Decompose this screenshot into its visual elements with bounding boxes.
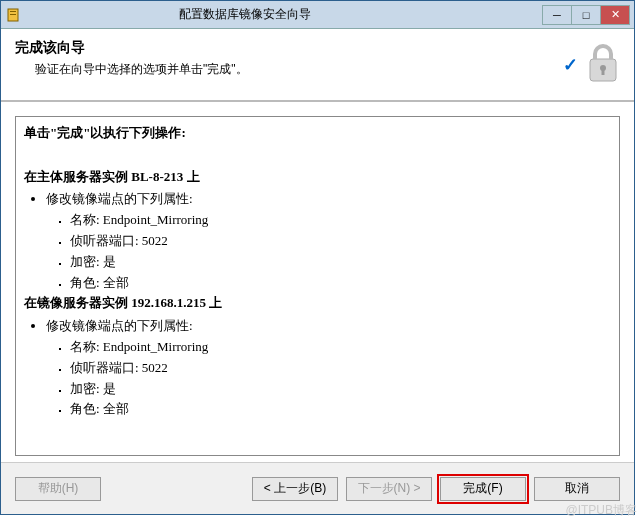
- list-item: 加密: 是: [70, 252, 611, 273]
- titlebar: 配置数据库镜像安全向导 ─ □ ✕: [1, 1, 634, 29]
- back-button[interactable]: < 上一步(B): [252, 477, 338, 501]
- help-button[interactable]: 帮助(H): [15, 477, 101, 501]
- intro-text: 单击"完成"以执行下列操作:: [24, 123, 611, 144]
- section-title: 在主体服务器实例 BL-8-213 上: [24, 167, 611, 188]
- wizard-window: 配置数据库镜像安全向导 ─ □ ✕ 完成该向导 验证在向导中选择的选项并单击"完…: [0, 0, 635, 515]
- page-subtitle: 验证在向导中选择的选项并单击"完成"。: [15, 61, 563, 78]
- page-title: 完成该向导: [15, 39, 563, 57]
- close-button[interactable]: ✕: [600, 5, 630, 25]
- wizard-footer: 帮助(H) < 上一步(B) 下一步(N) > 完成(F) 取消: [1, 462, 634, 514]
- wizard-header: 完成该向导 验证在向导中选择的选项并单击"完成"。 ✓: [1, 29, 634, 102]
- svg-rect-2: [10, 14, 16, 15]
- list-item: 侦听器端口: 5022: [70, 231, 611, 252]
- list-item: 名称: Endpoint_Mirroring: [70, 210, 611, 231]
- list-item: 修改镜像端点的下列属性:: [46, 189, 611, 210]
- section-title: 在镜像服务器实例 192.168.1.215 上: [24, 293, 611, 314]
- minimize-button[interactable]: ─: [542, 5, 572, 25]
- checkmark-icon: ✓: [563, 54, 578, 76]
- list-item: 角色: 全部: [70, 273, 611, 294]
- summary-content: 单击"完成"以执行下列操作: 在主体服务器实例 BL-8-213 上 修改镜像端…: [15, 116, 620, 456]
- svg-rect-1: [10, 11, 16, 12]
- list-item: 角色: 全部: [70, 399, 611, 420]
- watermark: @ITPUB博客: [565, 502, 637, 519]
- list-item: 加密: 是: [70, 379, 611, 400]
- next-button[interactable]: 下一步(N) >: [346, 477, 432, 501]
- maximize-button[interactable]: □: [571, 5, 601, 25]
- app-icon: [5, 7, 21, 23]
- list-item: 名称: Endpoint_Mirroring: [70, 337, 611, 358]
- list-item: 修改镜像端点的下列属性:: [46, 316, 611, 337]
- window-controls: ─ □ ✕: [543, 5, 630, 25]
- window-title: 配置数据库镜像安全向导: [27, 6, 543, 23]
- finish-button[interactable]: 完成(F): [440, 477, 526, 501]
- list-item: 侦听器端口: 5022: [70, 358, 611, 379]
- svg-rect-5: [602, 69, 605, 75]
- lock-icon: [586, 43, 620, 86]
- cancel-button[interactable]: 取消: [534, 477, 620, 501]
